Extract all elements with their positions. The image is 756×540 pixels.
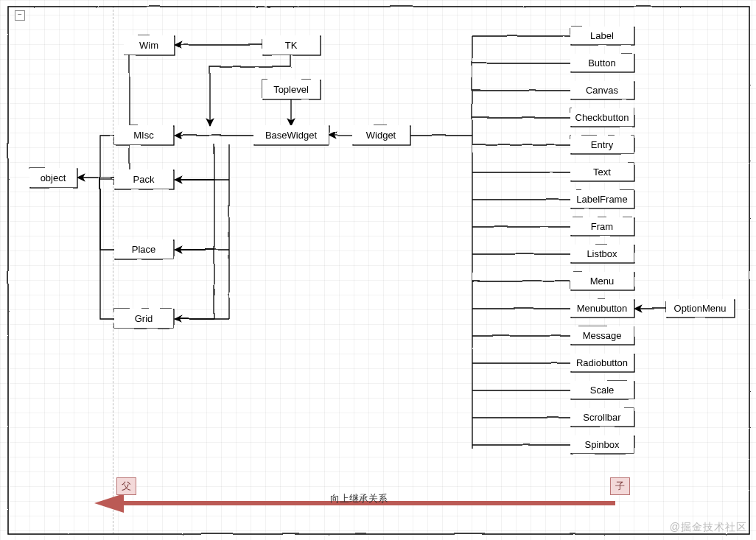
node-fram: Fram — [570, 217, 634, 235]
node-menubutton: Menubutton — [570, 299, 634, 317]
node-radiobutton: Radiobutton — [570, 354, 634, 371]
node-scrollbar: Scrollbar — [570, 408, 634, 426]
node-toplevel: Toplevel — [262, 80, 320, 99]
node-text: Text — [570, 163, 634, 180]
svg-marker-33 — [94, 494, 124, 513]
node-checkbutton: Checkbutton — [570, 108, 634, 126]
node-menu: Menu — [570, 272, 634, 290]
node-widget: Widget — [352, 125, 410, 144]
node-tk: TK — [262, 35, 320, 55]
node-canvas: Canvas — [570, 81, 634, 99]
node-entry: Entry — [570, 136, 634, 153]
node-scale: Scale — [570, 381, 634, 399]
guide-line — [113, 6, 113, 534]
node-grid: Grid — [114, 309, 173, 328]
tag-child: 子 — [610, 477, 630, 495]
node-object: object — [29, 168, 77, 187]
node-message: Message — [570, 326, 634, 344]
watermark: @掘金技术社区 — [670, 521, 747, 534]
diagram-canvas: − — [0, 0, 756, 540]
arrow-caption: 向上继承关系 — [330, 492, 388, 505]
node-pack: Pack — [114, 169, 173, 189]
node-basewidget: BaseWidget — [253, 125, 329, 144]
node-label: Label — [570, 27, 634, 44]
node-button: Button — [570, 54, 634, 71]
node-optionmenu: OptionMenu — [666, 299, 734, 317]
collapse-handle[interactable]: − — [15, 10, 25, 21]
node-wim: Wim — [124, 35, 174, 55]
node-listbox: Listbox — [570, 245, 634, 262]
node-misc: MIsc — [114, 125, 173, 144]
tag-parent: 父 — [116, 477, 136, 495]
node-labelframe: LabelFrame — [570, 190, 634, 208]
node-place: Place — [114, 239, 173, 259]
node-spinbox: Spinbox — [570, 435, 634, 453]
svg-rect-0 — [7, 6, 749, 533]
